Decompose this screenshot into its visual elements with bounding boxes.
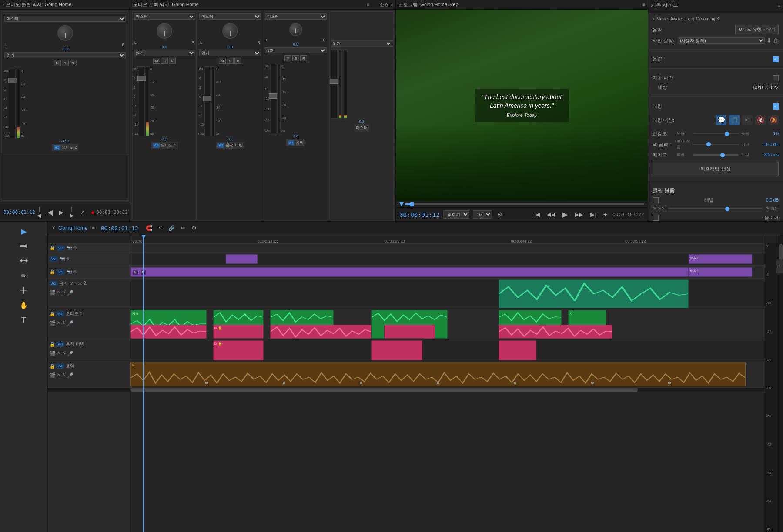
duck-amount-slider[interactable] (693, 144, 739, 145)
clip-A4-main[interactable]: fx (130, 362, 746, 386)
ducking-checkbox[interactable]: ✓ (773, 103, 779, 110)
clip-A2-pink-1[interactable] (130, 325, 207, 339)
track-camera-icon-V3[interactable]: 📷 (67, 246, 72, 250)
lock-icon-A2[interactable]: 🔒 (50, 312, 55, 316)
select-tool-btn[interactable]: ▶ (17, 224, 31, 238)
duck-dialog-icon[interactable]: 💬 (716, 115, 726, 125)
tl-link-btn[interactable]: 🔗 (167, 223, 177, 233)
preset-select[interactable]: (사용자 정의) (678, 37, 765, 44)
razor-tool-btn[interactable] (17, 283, 31, 297)
track-film-icon-A2[interactable]: 🎬 (50, 320, 56, 326)
track-msm-S-A3[interactable]: S (63, 351, 65, 357)
track-s-A3[interactable]: S (227, 58, 234, 64)
monitor-settings-btn[interactable]: ⚙ (495, 210, 504, 219)
basic-sound-menu[interactable]: ≡ (778, 4, 780, 9)
clip-A3-2[interactable] (371, 340, 422, 360)
track-r-A4[interactable]: R (300, 55, 307, 61)
pen-tool-btn[interactable]: ✏ (17, 269, 31, 283)
clip-V2-1[interactable] (226, 254, 258, 264)
hand-tool-btn[interactable]: ✋ (17, 298, 31, 312)
timeline-content-area[interactable]: :00:00 00:00:14:23 00:00:29:23 00:00:44:… (130, 235, 765, 532)
track-pan-A3[interactable] (222, 23, 238, 39)
monitor-fwd[interactable]: ▶▶ (573, 210, 585, 219)
track-master-A3[interactable]: 마스터 (199, 13, 261, 20)
clip-A3-1[interactable]: fx🔒 (213, 340, 264, 360)
clip-transport-play[interactable]: ▶ (57, 205, 65, 219)
duck-amount-thumb[interactable] (706, 142, 711, 146)
clip-A1-1[interactable] (499, 279, 689, 308)
track-msm-M-A4[interactable]: M (57, 372, 61, 379)
track-m-A1[interactable]: M (153, 58, 160, 64)
track-fader-track-A4[interactable] (270, 64, 276, 133)
monitor-back[interactable]: ◀◀ (545, 210, 557, 219)
track-camera-icon-V1[interactable]: 📷 (67, 269, 72, 274)
vscroll-thumb[interactable] (779, 244, 783, 261)
track-s-A4[interactable]: S (292, 55, 299, 61)
clear-type-btn[interactable]: 오디오 유형 지우기 (735, 25, 779, 34)
clip-r-btn-1[interactable]: R (70, 60, 77, 66)
clip-V1-2[interactable]: fx A00 (689, 267, 752, 277)
clip-master-select-1[interactable]: 마스터 (4, 16, 126, 22)
lock-icon-V3[interactable]: 🔒 (50, 246, 55, 250)
track-r-A3[interactable]: R (234, 58, 241, 64)
tl-magnet-btn[interactable]: 🧲 (144, 223, 154, 233)
track-film-icon-A1[interactable]: 🎬 (50, 290, 56, 296)
track-msm-M-A3[interactable]: M (57, 351, 61, 357)
generate-btn[interactable]: 키프레임 생성 (652, 162, 779, 176)
clip-transport-prev[interactable]: ◀| (46, 205, 55, 219)
clip-V2-2[interactable]: fx A00 (689, 254, 752, 264)
duck-other-icon[interactable]: 🔕 (768, 115, 779, 125)
track-msm-S-A4[interactable]: S (63, 372, 65, 379)
track-film-icon-A4[interactable]: 🎬 (50, 372, 56, 379)
clip-fader-handle-1[interactable] (8, 78, 17, 83)
track-eye-icon-V1[interactable]: 👁 (73, 269, 77, 274)
fade-slider[interactable] (693, 154, 739, 156)
track-film-icon-A3[interactable]: 🎬 (50, 351, 56, 357)
clip-V1-main[interactable]: fx fx (130, 267, 689, 277)
keyframe-dot-4[interactable] (437, 382, 439, 384)
clip-transport-record[interactable]: ● (89, 205, 96, 219)
track-s-A1[interactable]: S (161, 58, 168, 64)
track-master-A4[interactable]: 마스터 (265, 13, 327, 20)
track-r-A1[interactable]: R (169, 58, 176, 64)
track-eye-icon-V3[interactable]: 👁 (73, 246, 77, 250)
timeline-vscroll[interactable] (778, 235, 783, 532)
duck-sfx-icon[interactable]: ✳ (742, 115, 753, 125)
collapse-arrow[interactable]: › (3, 2, 4, 7)
clip-transport-in[interactable]: |◀ (35, 205, 43, 219)
lock-icon-A3[interactable]: 🔒 (50, 342, 55, 347)
level-thumb[interactable] (725, 207, 729, 211)
keyframe-dot-5[interactable] (514, 382, 516, 384)
monitor-fit-select[interactable]: 맞추기 (443, 210, 469, 219)
clip-m-btn-1[interactable]: M (54, 60, 61, 66)
track-msm-M-A1[interactable]: M (57, 290, 61, 296)
track-mode-master[interactable]: 읽기 (331, 40, 392, 47)
duck-ambience-icon[interactable]: 🔇 (755, 115, 766, 125)
track-mode-A1[interactable]: 읽기 (134, 50, 195, 56)
scrollbar-thumb[interactable] (130, 388, 638, 392)
tl-scissors-btn[interactable]: ✂ (178, 223, 188, 233)
timeline-close-btn[interactable]: ✕ (51, 225, 56, 231)
track-m-A4[interactable]: M (284, 55, 291, 61)
track-msm-M-A2[interactable]: M (57, 320, 61, 326)
time-marker[interactable] (143, 235, 144, 532)
clip-A2-pink-5[interactable] (499, 325, 612, 339)
level-slider[interactable] (668, 208, 763, 209)
track-mic-icon-A4[interactable]: 🎤 (67, 372, 74, 379)
track-fader-track-master[interactable] (331, 49, 338, 119)
ripple-tool-btn[interactable] (17, 254, 31, 268)
text-tool-btn[interactable]: T (17, 313, 31, 327)
track-m-A3[interactable]: M (219, 58, 226, 64)
monitor-to-in[interactable]: |◀ (532, 210, 542, 219)
progress-bar[interactable] (405, 203, 644, 205)
sensitivity-thumb[interactable] (725, 132, 729, 136)
track-pan-A4[interactable] (289, 23, 302, 36)
keyframe-dot-2[interactable] (283, 382, 285, 384)
monitor-to-out[interactable]: ▶| (589, 210, 598, 219)
clip-A2-pink-2[interactable]: fx🔒 (213, 325, 264, 339)
track-select-tool-btn[interactable] (17, 239, 31, 253)
source-forward[interactable]: » (390, 2, 393, 7)
monitor-play[interactable]: ▶ (561, 209, 569, 219)
timebar-marker[interactable] (399, 202, 404, 206)
track-pan-A1[interactable] (157, 23, 172, 39)
